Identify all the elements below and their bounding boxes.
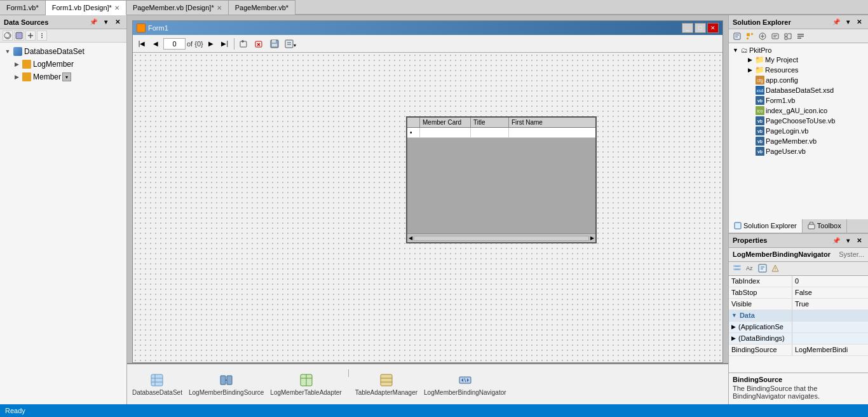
datasources-options-icon[interactable] bbox=[37, 31, 47, 41]
prop-databindings-expand[interactable]: ▶ bbox=[731, 335, 736, 341]
datagrid-cell-membercard[interactable] bbox=[420, 128, 471, 137]
expand-logmember[interactable]: ▶ bbox=[13, 60, 20, 68]
nav-next-button[interactable]: ▶ bbox=[205, 38, 217, 50]
tab-solution-explorer[interactable]: Solution Explorer bbox=[729, 219, 803, 233]
nav-save-button[interactable] bbox=[268, 38, 281, 50]
datagrid-cell-firstname[interactable] bbox=[509, 128, 595, 137]
sol-item-form1-vb[interactable]: vb Form1.vb bbox=[731, 95, 865, 106]
expand-member[interactable]: ▶ bbox=[13, 73, 20, 81]
sol-item-databasedataset-xsd[interactable]: xsd DatabaseDataSet.xsd bbox=[731, 85, 865, 95]
component-logmember-bindingsource[interactable]: LogMemberBindingSource bbox=[189, 373, 264, 396]
tab-pagemember-design-close[interactable]: ✕ bbox=[217, 4, 222, 11]
tab-pagemember-vb[interactable]: PageMember.vb* bbox=[229, 0, 295, 15]
sol-item-pagelogin[interactable]: vb PageLogin.vb bbox=[731, 126, 865, 136]
properties-close-icon[interactable]: ✕ bbox=[854, 235, 864, 245]
form-minimize-button[interactable]: _ bbox=[682, 23, 693, 33]
form-designer-area: Form1 _ □ ✕ |◀ ◀ of {0} ▶ bbox=[127, 15, 728, 404]
datagridview[interactable]: Member Card Title First Name • bbox=[406, 116, 597, 243]
prop-value-visible[interactable]: True bbox=[792, 299, 868, 310]
tab-form1-vb-label: Form1.vb* bbox=[6, 4, 39, 11]
nav-add-button[interactable] bbox=[237, 38, 251, 50]
sol-expand-root[interactable]: ▼ bbox=[733, 47, 738, 53]
datasources-close-icon[interactable]: ✕ bbox=[112, 17, 123, 27]
sol-item-root[interactable]: ▼ 🗂 PkitPro bbox=[731, 46, 865, 55]
prop-value-databindings[interactable] bbox=[792, 333, 868, 344]
scroll-left-arrow[interactable]: ◀ bbox=[409, 235, 412, 241]
svg-rect-39 bbox=[751, 33, 753, 35]
prop-toolbar-category[interactable] bbox=[731, 263, 743, 274]
scroll-right-arrow[interactable]: ▶ bbox=[590, 235, 594, 241]
properties-pin-icon[interactable]: 📌 bbox=[831, 235, 841, 245]
tab-form1-design[interactable]: Form1.vb [Design]* ✕ bbox=[46, 0, 126, 15]
nav-delete-button[interactable] bbox=[252, 38, 266, 50]
component-logmember-navigator[interactable]: LogMemberBindingNavigator bbox=[424, 373, 506, 396]
component-database-dataset[interactable]: DatabaseDataSet bbox=[132, 373, 182, 396]
datagrid-cell-title[interactable] bbox=[471, 128, 509, 137]
solution-pin-icon[interactable]: 📌 bbox=[831, 17, 841, 27]
prop-value-appse[interactable] bbox=[792, 322, 868, 332]
form-maximize-button[interactable]: □ bbox=[695, 23, 706, 33]
sol-toolbar-btn3[interactable] bbox=[757, 31, 768, 42]
sol-item-myproject[interactable]: ▶ 📁 My Project bbox=[731, 55, 865, 65]
prop-value-tabstop[interactable]: False bbox=[792, 287, 868, 298]
sol-item-resources[interactable]: ▶ 📁 Resources bbox=[731, 65, 865, 75]
prop-data-expand[interactable]: ▼ bbox=[731, 312, 737, 318]
sol-toolbar-btn4[interactable] bbox=[770, 31, 781, 42]
sol-toolbar-btn1[interactable] bbox=[731, 31, 743, 42]
status-bar: Ready bbox=[0, 404, 868, 417]
properties-menu-icon[interactable]: ▾ bbox=[843, 235, 853, 245]
tab-pagemember-design[interactable]: PageMember.vb [Design]* ✕ bbox=[126, 0, 229, 15]
member-dropdown-icon[interactable]: ▾ bbox=[62, 72, 71, 81]
tab-form1-vb[interactable]: Form1.vb* bbox=[0, 0, 46, 15]
datasources-refresh-icon[interactable] bbox=[3, 31, 13, 41]
form-close-button[interactable]: ✕ bbox=[707, 23, 719, 33]
nav-split-button[interactable]: ▾ bbox=[283, 38, 297, 50]
svg-rect-53 bbox=[733, 268, 741, 270]
prop-appse-expand[interactable]: ▶ bbox=[731, 324, 736, 330]
nav-position-input[interactable] bbox=[163, 38, 186, 50]
component-tableadapter-manager-label: TableAdapterManager bbox=[355, 389, 417, 396]
prop-value-tabindex[interactable]: 0 bbox=[792, 276, 868, 287]
tree-item-database-dataset[interactable]: ▼ DatabaseDataSet bbox=[3, 45, 124, 58]
nav-last-button[interactable]: ▶| bbox=[219, 38, 231, 50]
sol-item-pageuser[interactable]: vb PageUser.vb bbox=[731, 146, 865, 156]
sol-item-ico[interactable]: ico index_gAU_icon.ico bbox=[731, 106, 865, 116]
component-tableadapter-manager[interactable]: TableAdapterManager bbox=[355, 373, 417, 396]
prop-toolbar-events[interactable] bbox=[770, 263, 781, 274]
logmember-navigator-icon bbox=[458, 373, 473, 388]
datasources-config-icon[interactable] bbox=[14, 31, 24, 41]
solution-menu-icon[interactable]: ▾ bbox=[843, 17, 853, 27]
properties-subject-type: Syster... bbox=[839, 250, 864, 258]
design-surface[interactable]: Form1 _ □ ✕ |◀ ◀ of {0} ▶ bbox=[127, 15, 728, 404]
sol-toolbar-btn2[interactable] bbox=[744, 31, 756, 42]
nav-prev-button[interactable]: ◀ bbox=[149, 38, 162, 50]
tree-item-member[interactable]: ▶ Member ▾ bbox=[3, 71, 124, 83]
tree-item-logmember[interactable]: ▶ LogMember bbox=[3, 58, 124, 71]
expand-database-dataset[interactable]: ▼ bbox=[4, 48, 11, 55]
tab-form1-design-close[interactable]: ✕ bbox=[114, 4, 119, 11]
sol-toolbar-btn6[interactable] bbox=[795, 31, 806, 42]
solution-close-icon[interactable]: ✕ bbox=[854, 17, 864, 27]
prop-toolbar-alphabetical[interactable]: Az bbox=[744, 263, 756, 274]
logmember-tableadapter-icon bbox=[299, 373, 314, 388]
component-logmember-bindingsource-label: LogMemberBindingSource bbox=[189, 389, 264, 396]
sol-toolbar-btn5[interactable] bbox=[782, 31, 794, 42]
prop-toolbar-properties[interactable] bbox=[757, 263, 768, 274]
sol-item-appconfig[interactable]: cfg app.config bbox=[731, 75, 865, 85]
sol-item-pagechoose[interactable]: vb PageChooseToUse.vb bbox=[731, 116, 865, 126]
sol-expand-resources[interactable]: ▶ bbox=[748, 67, 752, 73]
member-label: Member bbox=[33, 72, 61, 81]
tab-toolbox[interactable]: Toolbox bbox=[803, 219, 847, 233]
prop-value-bindingsource[interactable]: LogMemberBindi bbox=[792, 345, 868, 355]
datagrid-hscrollbar[interactable]: ◀ ▶ bbox=[407, 233, 595, 242]
datasources-menu-icon[interactable]: ▾ bbox=[100, 17, 111, 27]
component-logmember-tableadapter[interactable]: LogMemberTableAdapter bbox=[270, 373, 341, 396]
sol-item-pagemember[interactable]: vb PageMember.vb bbox=[731, 136, 865, 146]
sol-expand-myproject[interactable]: ▶ bbox=[748, 57, 752, 63]
datasources-add-icon[interactable] bbox=[25, 31, 36, 41]
scroll-track[interactable] bbox=[414, 236, 589, 241]
datasources-pin-icon[interactable]: 📌 bbox=[88, 17, 98, 27]
form-body[interactable]: Member Card Title First Name • bbox=[133, 53, 722, 362]
datasources-action-toolbar bbox=[0, 29, 126, 43]
nav-first-button[interactable]: |◀ bbox=[135, 38, 148, 50]
